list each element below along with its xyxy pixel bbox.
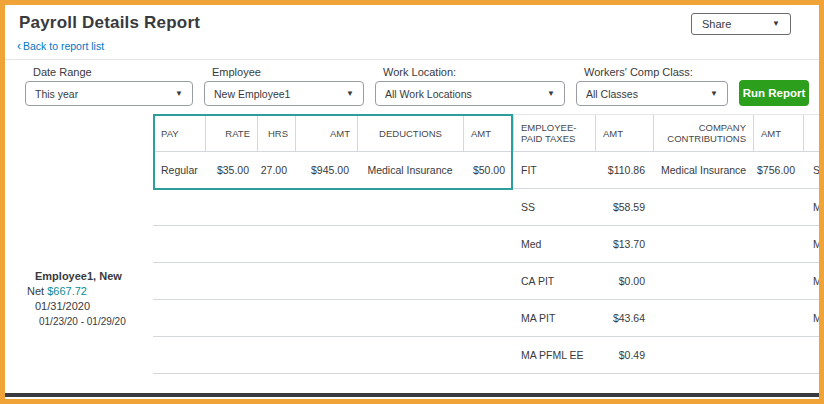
table-row: MA PIT $43.64 M xyxy=(153,300,819,337)
net-amount: $667.72 xyxy=(47,285,87,297)
employee-value: New Employee1 xyxy=(214,88,290,100)
column-header-company-contributions: COMPANY CONTRIBUTIONS xyxy=(653,115,753,151)
back-chevron-icon: ‹ xyxy=(17,39,21,53)
cell-tax: MA PIT xyxy=(513,300,595,336)
employee-column: Employee1, New Net $667.72 01/31/2020 01… xyxy=(5,114,153,374)
date-range-filter: Date Range This year ▼ xyxy=(25,66,193,106)
employee-name: Employee1, New xyxy=(35,269,126,284)
payroll-details-report-page: Payroll Details Report Share ▼ ‹Back to … xyxy=(0,0,824,404)
back-link[interactable]: ‹Back to report list xyxy=(17,39,104,53)
net-pay: Net $667.72 xyxy=(27,284,126,299)
table-bottom-border xyxy=(5,393,819,397)
cell-pay: Regular xyxy=(153,152,205,188)
chevron-down-icon: ▼ xyxy=(710,90,718,98)
workers-comp-filter: Workers' Comp Class: All Classes ▼ xyxy=(576,66,728,106)
cell-tax: FIT xyxy=(513,152,595,188)
column-header-pay: PAY xyxy=(153,115,205,151)
cell-amt-tax: $110.86 xyxy=(595,152,653,188)
date-range-dropdown[interactable]: This year ▼ xyxy=(25,81,193,106)
cell-amt-tax: $13.70 xyxy=(595,226,653,262)
cell-amt-deduction: $50.00 xyxy=(463,152,513,188)
cell-hrs: 27.00 xyxy=(257,152,295,188)
cell-amt-contribution: $756.00 xyxy=(753,152,803,188)
page-title: Payroll Details Report xyxy=(19,13,200,33)
table-row: SS $58.59 M xyxy=(153,189,819,226)
cell-clipped xyxy=(803,337,819,373)
employee-filter: Employee New Employee1 ▼ xyxy=(204,66,364,106)
date-range-value: This year xyxy=(35,88,78,100)
workers-comp-label: Workers' Comp Class: xyxy=(576,66,728,78)
column-header-amt-deductions: AMT xyxy=(463,115,513,151)
cell-tax: SS xyxy=(513,189,595,225)
pay-period: 01/23/20 - 01/29/20 xyxy=(39,314,126,329)
table-row: CA PIT $0.00 M xyxy=(153,263,819,300)
column-header-rate: RATE xyxy=(205,115,257,151)
column-header-deductions: DEDUCTIONS xyxy=(357,115,463,151)
cell-amt-pay: $945.00 xyxy=(295,152,357,188)
top-bar: Payroll Details Report Share ▼ xyxy=(5,5,819,35)
table-row: Med $13.70 M xyxy=(153,226,819,263)
chevron-down-icon: ▼ xyxy=(547,90,555,98)
date-range-label: Date Range xyxy=(25,66,193,78)
cell-amt-tax: $0.49 xyxy=(595,337,653,373)
cell-clipped: S xyxy=(803,152,819,188)
cell-clipped: M xyxy=(803,226,819,262)
column-header-amt-contributions: AMT xyxy=(753,115,803,151)
cell-rate: $35.00 xyxy=(205,152,257,188)
work-location-filter: Work Location: All Work Locations ▼ xyxy=(375,66,565,106)
report-columns: PAY RATE HRS AMT DEDUCTIONS AMT EMPLOYEE… xyxy=(153,114,819,374)
cell-tax: CA PIT xyxy=(513,263,595,299)
work-location-dropdown[interactable]: All Work Locations ▼ xyxy=(375,81,565,106)
work-location-value: All Work Locations xyxy=(385,88,472,100)
back-link-label: Back to report list xyxy=(23,40,104,52)
share-button[interactable]: Share ▼ xyxy=(691,13,791,35)
workers-comp-value: All Classes xyxy=(586,88,638,100)
report-table: Employee1, New Net $667.72 01/31/2020 01… xyxy=(5,114,819,374)
cell-deduction: Medical Insurance xyxy=(357,152,463,188)
pay-date: 01/31/2020 xyxy=(35,299,126,314)
column-header-amt-taxes: AMT xyxy=(595,115,653,151)
cell-clipped: M xyxy=(803,263,819,299)
table-row: Regular $35.00 27.00 $945.00 Medical Ins… xyxy=(153,152,819,189)
column-header-amt-pay: AMT xyxy=(295,115,357,151)
employee-label: Employee xyxy=(204,66,364,78)
run-report-button[interactable]: Run Report xyxy=(739,80,809,106)
column-header-clipped xyxy=(803,115,819,151)
work-location-label: Work Location: xyxy=(375,66,565,78)
workers-comp-dropdown[interactable]: All Classes ▼ xyxy=(576,81,728,106)
net-label: Net xyxy=(27,285,47,297)
cell-amt-tax: $0.00 xyxy=(595,263,653,299)
column-header-employee-paid-taxes: EMPLOYEE-PAID TAXES xyxy=(513,115,595,151)
cell-contribution: Medical Insurance xyxy=(653,152,753,188)
employee-info: Employee1, New Net $667.72 01/31/2020 01… xyxy=(27,269,126,329)
filter-bar: Date Range This year ▼ Employee New Empl… xyxy=(5,60,819,106)
cell-tax: MA PFML EE xyxy=(513,337,595,373)
cell-tax: Med xyxy=(513,226,595,262)
column-header-hrs: HRS xyxy=(257,115,295,151)
table-row: MA PFML EE $0.49 xyxy=(153,337,819,374)
cell-amt-tax: $58.59 xyxy=(595,189,653,225)
cell-clipped: M xyxy=(803,189,819,225)
chevron-down-icon: ▼ xyxy=(772,20,780,28)
employee-dropdown[interactable]: New Employee1 ▼ xyxy=(204,81,364,106)
chevron-down-icon: ▼ xyxy=(346,90,354,98)
chevron-down-icon: ▼ xyxy=(175,90,183,98)
share-label: Share xyxy=(702,18,731,30)
cell-amt-tax: $43.64 xyxy=(595,300,653,336)
table-header-row: PAY RATE HRS AMT DEDUCTIONS AMT EMPLOYEE… xyxy=(153,114,819,152)
cell-clipped: M xyxy=(803,300,819,336)
